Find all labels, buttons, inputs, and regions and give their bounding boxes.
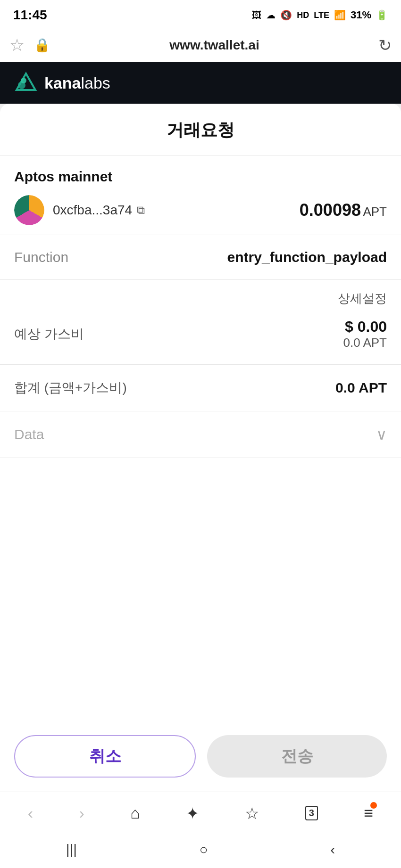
data-label: Data <box>14 426 44 442</box>
mute-icon: 🔇 <box>280 9 292 21</box>
function-value: entry_function_payload <box>227 249 387 265</box>
content-spacer <box>0 458 401 724</box>
home-button[interactable]: ⌂ <box>130 804 140 822</box>
copy-icon[interactable]: ⧉ <box>137 204 145 217</box>
status-time: 11:45 <box>13 8 47 23</box>
account-row: 0xcfba...3a74 ⧉ 0.00098 APT <box>14 195 387 225</box>
total-value: 0.0 APT <box>335 380 387 396</box>
magic-button[interactable]: ✦ <box>186 804 199 823</box>
cloud-icon: ☁ <box>266 9 276 21</box>
main-content: 거래요청 Aptos mainnet 0xcfba...3a74 ⧉ 0.000… <box>0 104 401 792</box>
cancel-button[interactable]: 취소 <box>14 735 196 778</box>
battery-percent: 31% <box>351 9 371 21</box>
send-button[interactable]: 전송 <box>207 735 387 778</box>
network-section: Aptos mainnet 0xcfba...3a74 ⧉ 0.00098 AP… <box>0 156 401 235</box>
bottom-browser-nav: ‹ › ⌂ ✦ ☆ 3 ≡ <box>0 792 401 834</box>
back-button[interactable]: ‹ <box>28 804 33 822</box>
gas-label: 예상 가스비 <box>14 325 84 343</box>
home-system-button[interactable]: ○ <box>200 842 208 858</box>
chevron-down-icon[interactable]: ∨ <box>376 426 387 443</box>
lte-icon: LTE <box>314 10 329 20</box>
app-header: kanalabs <box>0 62 401 104</box>
total-label: 합계 (금액+가스비) <box>14 379 127 397</box>
svg-point-2 <box>21 78 26 83</box>
network-name: Aptos mainnet <box>14 169 387 185</box>
bookmark-add-icon[interactable]: ☆ <box>245 804 259 823</box>
status-bar: 11:45 🖼 ☁ 🔇 HD LTE 📶 31% 🔋 <box>0 0 401 28</box>
gas-section: 상세설정 예상 가스비 $ 0.00 0.0 APT <box>0 280 401 365</box>
gas-row: 예상 가스비 $ 0.00 0.0 APT <box>14 318 387 350</box>
menu-button[interactable]: ≡ <box>364 804 373 822</box>
url-bar[interactable]: www.twallet.ai <box>60 38 369 53</box>
avatar <box>14 195 44 225</box>
function-section: Function entry_function_payload <box>0 235 401 280</box>
hd-icon: HD <box>297 10 309 20</box>
account-left: 0xcfba...3a74 ⧉ <box>14 195 145 225</box>
account-balance-display: 0.00098 APT <box>300 200 387 220</box>
tabs-button[interactable]: 3 <box>305 806 318 820</box>
gas-usd-value: $ 0.00 <box>343 318 387 336</box>
refresh-icon[interactable]: ↻ <box>378 36 392 55</box>
gas-values: $ 0.00 0.0 APT <box>343 318 387 350</box>
account-address: 0xcfba...3a74 ⧉ <box>53 203 145 218</box>
system-nav: ||| ○ ‹ <box>0 834 401 868</box>
browser-bar: ☆ 🔒 www.twallet.ai ↻ <box>0 28 401 62</box>
total-section: 합계 (금액+가스비) 0.0 APT <box>0 365 401 411</box>
gallery-icon: 🖼 <box>252 10 261 21</box>
gas-apt-value: 0.0 APT <box>343 336 387 350</box>
kana-logo-text: kanalabs <box>44 74 110 92</box>
bookmark-icon[interactable]: ☆ <box>9 35 25 55</box>
data-section[interactable]: Data ∨ <box>0 411 401 458</box>
lock-icon: 🔒 <box>34 37 50 53</box>
page-title-section: 거래요청 <box>0 104 401 156</box>
kana-logo-icon <box>14 71 38 95</box>
status-icons: 🖼 ☁ 🔇 HD LTE 📶 31% 🔋 <box>252 9 388 21</box>
menu-notification-badge <box>370 802 377 809</box>
recents-button[interactable]: ||| <box>66 842 77 858</box>
gas-settings-text[interactable]: 상세설정 <box>338 291 387 305</box>
function-label: Function <box>14 249 68 265</box>
gas-settings-link[interactable]: 상세설정 <box>14 290 387 307</box>
page-title: 거래요청 <box>167 120 234 139</box>
buttons-section: 취소 전송 <box>0 724 401 792</box>
forward-button[interactable]: › <box>79 804 84 822</box>
back-system-button[interactable]: ‹ <box>330 842 335 858</box>
signal-icon: 📶 <box>334 9 346 21</box>
avatar-image <box>14 195 44 225</box>
battery-icon: 🔋 <box>376 9 388 21</box>
